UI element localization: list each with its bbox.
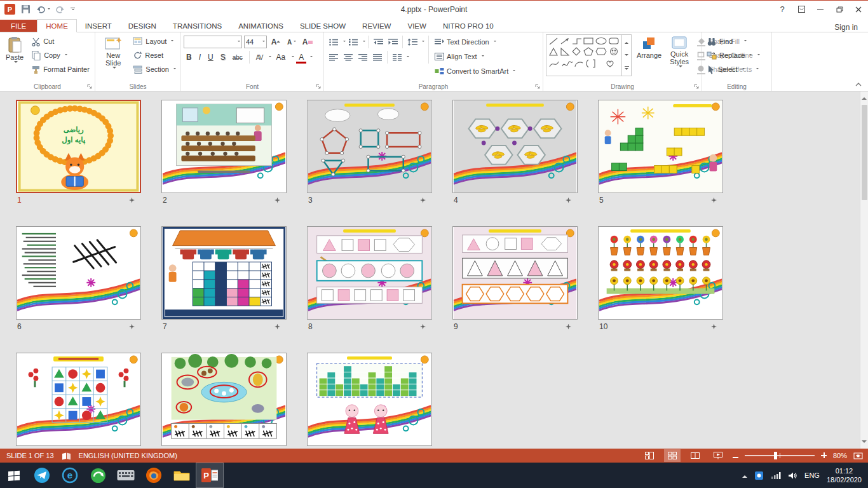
- scrollbar-thumb[interactable]: [862, 105, 867, 200]
- scroll-down-arrow[interactable]: [862, 440, 867, 445]
- gallery-down-arrow[interactable]: [622, 48, 631, 62]
- language-indicator[interactable]: ENGLISH (UNITED KINGDOM): [79, 452, 177, 459]
- volume-icon[interactable]: [788, 471, 797, 480]
- font-color-button[interactable]: A: [296, 51, 306, 64]
- taskbar-on-screen-keyboard-button[interactable]: [112, 463, 140, 488]
- clear-formatting-button[interactable]: A: [301, 35, 315, 49]
- taskbar-file-explorer-button[interactable]: [168, 463, 196, 488]
- slide-thumbnail-12[interactable]: [161, 353, 287, 446]
- reset-button[interactable]: Reset: [131, 48, 178, 62]
- align-center-button[interactable]: [341, 50, 355, 64]
- restore-button[interactable]: [830, 1, 849, 18]
- align-right-button[interactable]: [356, 50, 370, 64]
- find-button[interactable]: Find: [705, 34, 769, 48]
- font-dialog-launcher[interactable]: [315, 83, 322, 90]
- taskbar-powerpoint-button[interactable]: P: [196, 463, 224, 488]
- zoom-level[interactable]: 80%: [833, 452, 847, 459]
- slide-thumbnail-6[interactable]: [16, 226, 141, 320]
- tab-insert[interactable]: INSERT: [77, 20, 120, 32]
- grow-font-button[interactable]: A: [269, 35, 283, 49]
- tab-transitions[interactable]: TRANSITIONS: [165, 20, 230, 32]
- shrink-font-button[interactable]: A: [285, 35, 299, 49]
- clock[interactable]: 01:12 18/02/2020: [827, 466, 862, 484]
- increase-indent-button[interactable]: [386, 35, 400, 49]
- fit-slide-to-window-icon[interactable]: [853, 452, 863, 460]
- section-button[interactable]: Section: [131, 62, 178, 76]
- taskbar-green-app-button[interactable]: [84, 463, 112, 488]
- minimize-button[interactable]: [811, 1, 830, 18]
- tab-view[interactable]: VIEW: [399, 20, 434, 32]
- clipboard-dialog-launcher[interactable]: [86, 83, 93, 90]
- ribbon-display-options-button[interactable]: [792, 1, 811, 18]
- slide-thumbnail-7[interactable]: [161, 226, 287, 320]
- shapes-gallery-scroll[interactable]: [621, 35, 631, 76]
- slide-thumbnail-8[interactable]: [307, 226, 432, 320]
- slide-show-button[interactable]: [710, 449, 726, 462]
- slide-thumbnail-4[interactable]: [452, 100, 578, 193]
- slide-thumbnail-13[interactable]: [307, 353, 432, 446]
- taskbar-telegram-button[interactable]: [28, 463, 56, 488]
- scroll-up-arrow[interactable]: [862, 95, 867, 100]
- slide-sorter-view-button[interactable]: [664, 449, 681, 462]
- zoom-in-button[interactable]: [821, 452, 827, 459]
- underline-button[interactable]: U: [205, 51, 216, 63]
- bold-button[interactable]: B: [184, 51, 194, 63]
- shapes-gallery[interactable]: [546, 34, 632, 76]
- slide-thumbnail-5[interactable]: [598, 100, 723, 193]
- new-slide-button[interactable]: New Slide: [98, 34, 128, 76]
- replace-button[interactable]: Replace: [705, 48, 769, 62]
- tab-slideshow[interactable]: SLIDE SHOW: [292, 20, 354, 32]
- bullets-button[interactable]: [327, 35, 341, 49]
- text-shadow-button[interactable]: S: [218, 51, 228, 63]
- tab-file[interactable]: FILE: [0, 20, 37, 32]
- strikethrough-button[interactable]: abc: [230, 53, 245, 62]
- select-button[interactable]: Select: [705, 62, 769, 76]
- zoom-slider[interactable]: [745, 452, 815, 459]
- save-icon[interactable]: [21, 4, 31, 14]
- change-case-button[interactable]: Aa: [273, 51, 288, 63]
- vertical-scrollbar[interactable]: [860, 92, 868, 449]
- zoom-out-button[interactable]: [733, 452, 738, 459]
- text-direction-button[interactable]: Text Direction: [433, 34, 517, 49]
- taskbar-firefox-button[interactable]: [140, 463, 168, 488]
- slide-thumbnail-9[interactable]: [452, 226, 578, 320]
- justify-button[interactable]: [370, 50, 384, 64]
- gallery-more-button[interactable]: [622, 62, 631, 76]
- cut-button[interactable]: Cut: [29, 34, 92, 48]
- zoom-slider-thumb[interactable]: [774, 452, 777, 459]
- slide-thumbnail-1[interactable]: ریاضی پایه اول: [16, 100, 141, 193]
- sign-in-link[interactable]: Sign in: [834, 23, 868, 32]
- reading-view-button[interactable]: [687, 449, 703, 462]
- tab-review[interactable]: REVIEW: [354, 20, 399, 32]
- slide-thumbnail-3[interactable]: [307, 100, 432, 193]
- tray-language-indicator[interactable]: ENG: [804, 471, 820, 479]
- numbering-button[interactable]: [346, 35, 360, 49]
- italic-button[interactable]: I: [196, 51, 203, 63]
- align-text-button[interactable]: Align Text: [433, 49, 517, 64]
- drawing-dialog-launcher[interactable]: [693, 83, 700, 90]
- spell-check-icon[interactable]: [62, 452, 71, 460]
- decrease-indent-button[interactable]: [371, 35, 385, 49]
- arrange-button[interactable]: Arrange: [634, 34, 665, 76]
- tab-home[interactable]: HOME: [37, 19, 77, 32]
- undo-button[interactable]: [36, 5, 50, 13]
- paragraph-dialog-launcher[interactable]: [534, 83, 541, 90]
- normal-view-button[interactable]: [641, 449, 658, 462]
- tray-expand-icon[interactable]: [742, 473, 747, 478]
- collapse-ribbon-button[interactable]: [854, 81, 863, 88]
- tab-animations[interactable]: ANIMATIONS: [230, 20, 292, 32]
- tab-nitro-pro[interactable]: NITRO PRO 10: [435, 20, 502, 32]
- font-name-combobox[interactable]: [184, 36, 242, 48]
- copy-button[interactable]: Copy: [29, 48, 92, 62]
- align-left-button[interactable]: [327, 50, 341, 64]
- quick-styles-button[interactable]: Quick Styles: [667, 34, 692, 76]
- taskbar-internet-explorer-button[interactable]: e: [56, 463, 84, 488]
- format-painter-button[interactable]: Format Painter: [29, 62, 92, 76]
- slide-thumbnail-10[interactable]: [598, 226, 723, 320]
- customize-qat-button[interactable]: [71, 8, 75, 11]
- start-button[interactable]: [0, 463, 28, 488]
- tab-design[interactable]: DESIGN: [120, 20, 165, 32]
- character-spacing-button[interactable]: AV: [254, 53, 266, 62]
- help-button[interactable]: ?: [773, 1, 792, 18]
- font-size-combobox[interactable]: [244, 36, 267, 48]
